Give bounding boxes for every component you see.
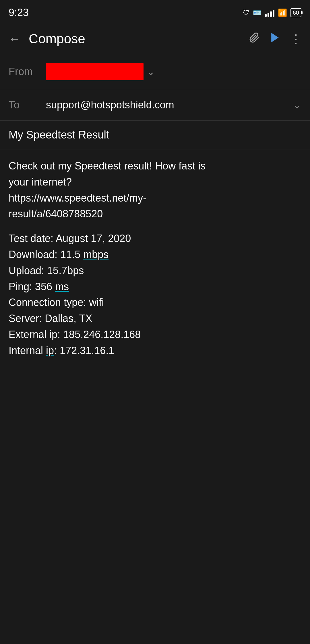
to-field-row: To support@hotspotshield.com ⌄ bbox=[0, 89, 310, 121]
ping-unit: ms bbox=[55, 281, 69, 292]
send-button[interactable] bbox=[269, 31, 281, 46]
download-unit: mbps bbox=[83, 249, 108, 260]
subject-value[interactable]: My Speedtest Result bbox=[9, 129, 109, 141]
subject-row: My Speedtest Result bbox=[0, 121, 310, 149]
body-line-2: your internet? bbox=[9, 174, 301, 190]
body-internal-ip: Internal ip: 172.31.16.1 bbox=[9, 343, 301, 359]
to-dropdown-icon[interactable]: ⌄ bbox=[293, 99, 301, 111]
to-value[interactable]: support@hotspotshield.com bbox=[46, 99, 290, 111]
status-icons: 🛡 🪪 📶 60 bbox=[243, 8, 301, 17]
body-line-3: https://www.speedtest.net/my- bbox=[9, 190, 301, 206]
body-download: Download: 11.5 mbps bbox=[9, 247, 301, 263]
body-ping: Ping: 356 ms bbox=[9, 279, 301, 295]
battery-icon: 60 bbox=[290, 8, 301, 17]
body-upload: Upload: 15.7bps bbox=[9, 263, 301, 279]
internal-ip-unit: ip bbox=[46, 345, 54, 356]
more-options-icon[interactable]: ⋮ bbox=[290, 32, 301, 46]
back-button[interactable]: ← bbox=[9, 32, 20, 45]
body-test-date: Test date: August 17, 2020 bbox=[9, 231, 301, 247]
from-field-row: From ⌄ bbox=[0, 54, 310, 89]
attach-icon[interactable] bbox=[249, 32, 260, 46]
nfc-icon: 🪪 bbox=[253, 9, 261, 17]
from-value-redacted[interactable] bbox=[46, 63, 144, 80]
status-time: 9:23 bbox=[9, 7, 29, 19]
app-bar: ← Compose ⋮ bbox=[0, 23, 310, 54]
body-line-4: result/a/6408788520 bbox=[9, 206, 301, 222]
wifi-icon: 📶 bbox=[278, 8, 287, 17]
email-body[interactable]: Check out my Speedtest result! How fast … bbox=[0, 149, 310, 376]
shield-icon: 🛡 bbox=[243, 9, 249, 17]
from-dropdown-icon[interactable]: ⌄ bbox=[146, 66, 155, 78]
body-server: Server: Dallas, TX bbox=[9, 311, 301, 327]
body-line-1: Check out my Speedtest result! How fast … bbox=[9, 158, 301, 174]
from-label: From bbox=[9, 66, 46, 78]
status-bar: 9:23 🛡 🪪 📶 60 bbox=[0, 0, 310, 23]
body-stats: Test date: August 17, 2020 Download: 11.… bbox=[9, 231, 301, 358]
svg-marker-0 bbox=[271, 33, 279, 42]
body-external-ip: External ip: 185.246.128.168 bbox=[9, 327, 301, 343]
body-connection-type: Connection type: wifi bbox=[9, 294, 301, 311]
battery-level: 60 bbox=[293, 9, 299, 16]
app-title: Compose bbox=[29, 31, 249, 46]
toolbar-icons: ⋮ bbox=[249, 31, 301, 46]
to-label: To bbox=[9, 99, 46, 111]
signal-bars-icon bbox=[265, 9, 274, 17]
body-intro: Check out my Speedtest result! How fast … bbox=[9, 158, 301, 222]
